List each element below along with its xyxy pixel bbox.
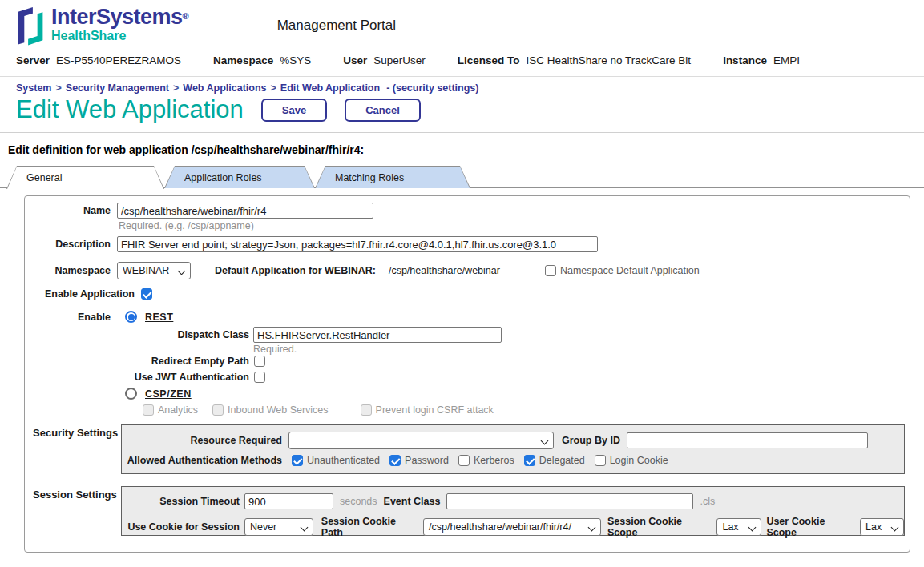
tab-general-label: General (26, 172, 62, 183)
general-tab-panel: Name Required. (e.g. /csp/appname) Descr… (24, 195, 910, 553)
default-app-value: /csp/healthshare/webinar (389, 265, 500, 276)
page-header: InterSystems® HealthShare Management Por… (0, 0, 924, 66)
dispatch-class-input[interactable] (253, 327, 502, 343)
tab-application-roles[interactable]: Application Roles (164, 166, 315, 188)
breadcrumb-security-management[interactable]: Security Management (66, 82, 169, 94)
seconds-label: seconds (340, 496, 377, 507)
licensed-value: ISC HealthShare no TrackCare Bit (527, 54, 692, 66)
description-input[interactable] (117, 236, 598, 252)
breadcrumb-edit-web-application[interactable]: Edit Web Application (280, 82, 380, 94)
session-cookie-scope-select[interactable]: Lax (716, 518, 761, 536)
redirect-empty-path-checkbox[interactable] (254, 356, 265, 367)
security-settings-group: Resource Required Group By ID Allowed Au… (121, 424, 905, 474)
title-divider (0, 132, 924, 133)
intersystems-logo-icon (16, 6, 45, 46)
breadcrumb-suffix: - (security settings) (386, 82, 478, 94)
unauthenticated-checkbox[interactable] (292, 455, 303, 466)
namespace-select[interactable]: WEBINAR (117, 262, 191, 279)
licensed-info: Licensed ToISC HealthShare no TrackCare … (458, 54, 691, 66)
session-timeout-input[interactable] (244, 493, 333, 509)
use-cookie-label: Use Cookie for Session (122, 521, 240, 533)
namespace-info: Namespace%SYS (213, 54, 311, 66)
session-cookie-scope-value: Lax (722, 521, 738, 533)
enable-application-checkbox[interactable] (141, 288, 152, 300)
server-info: ServerES-P5540PEREZRAMOS (16, 54, 181, 66)
breadcrumb-web-applications[interactable]: Web Applications (183, 82, 266, 94)
delegated-checkbox[interactable] (524, 455, 535, 466)
save-button[interactable]: Save (261, 99, 327, 122)
group-by-id-label: Group By ID (562, 435, 620, 446)
namespace-field-label: Namespace (25, 265, 111, 276)
breadcrumb-system[interactable]: System (16, 82, 51, 94)
enable-application-label: Enable Application (25, 288, 135, 300)
dispatch-class-label: Dispatch Class (25, 329, 249, 340)
analytics-label: Analytics (158, 404, 198, 416)
cls-suffix-label: .cls (700, 496, 715, 507)
session-cookie-scope-label: Session Cookie Scope (607, 516, 714, 538)
login-cookie-checkbox[interactable] (595, 455, 606, 466)
tab-matching-roles[interactable]: Matching Roles (315, 166, 470, 188)
rest-label[interactable]: REST (145, 312, 173, 323)
enable-label: Enable (25, 312, 111, 323)
tab-general[interactable]: General (6, 166, 164, 189)
instance-value: EMPI (773, 54, 800, 66)
cancel-button[interactable]: Cancel (345, 99, 421, 122)
user-label: User (343, 54, 367, 66)
breadcrumb: System>Security Management>Web Applicati… (0, 77, 924, 95)
use-jwt-checkbox[interactable] (254, 372, 265, 383)
security-settings-label: Security Settings (33, 427, 118, 439)
licensed-label: Licensed To (458, 54, 520, 66)
cspzen-label[interactable]: CSP/ZEN (145, 388, 192, 400)
inbound-web-services-checkbox (212, 404, 224, 416)
analytics-checkbox (143, 404, 154, 416)
event-class-label: Event Class (384, 496, 441, 507)
rest-radio[interactable] (125, 311, 137, 323)
namespace-default-label: Namespace Default Application (560, 265, 700, 276)
event-class-input[interactable] (446, 493, 693, 509)
server-info-bar: ServerES-P5540PEREZRAMOS Namespace%SYS U… (16, 54, 908, 66)
kerberos-checkbox[interactable] (458, 455, 470, 466)
use-jwt-label: Use JWT Authentication (25, 372, 249, 383)
password-checkbox[interactable] (389, 455, 401, 466)
session-settings-group: Session Timeout seconds Event Class .cls… (121, 486, 905, 536)
redirect-empty-path-label: Redirect Empty Path (25, 356, 249, 367)
default-app-label: Default Application for WEBINAR: (215, 265, 376, 276)
brand-product: HealthShare (51, 30, 189, 42)
namespace-value: %SYS (280, 54, 311, 66)
delegated-label: Delegated (539, 455, 585, 466)
brand-wordmark: InterSystems® HealthShare (51, 6, 189, 42)
user-cookie-scope-select[interactable]: Lax (860, 518, 904, 536)
namespace-select-value: WEBINAR (123, 265, 169, 276)
session-timeout-label: Session Timeout (122, 496, 240, 507)
tab-bar: General Application Roles Matching Roles (0, 166, 924, 188)
cspzen-radio[interactable] (125, 388, 137, 400)
instance-label: Instance (723, 54, 767, 66)
use-cookie-select[interactable]: Never (244, 518, 313, 536)
session-cookie-path-value: /csp/healthshare/webinar/fhir/r4/ (429, 521, 571, 533)
description-label: Description (25, 239, 111, 250)
kerberos-label: Kerberos (474, 455, 514, 466)
resource-required-select[interactable] (288, 432, 554, 449)
brand-name: InterSystems (51, 5, 183, 29)
tab-matching-roles-label: Matching Roles (335, 172, 404, 183)
prevent-csrf-checkbox (361, 404, 372, 416)
portal-title: Management Portal (277, 18, 396, 34)
group-by-id-input[interactable] (627, 432, 868, 448)
auth-methods-label: Allowed Authentication Methods (122, 455, 282, 466)
session-cookie-path-label: Session Cookie Path (321, 516, 419, 538)
dispatch-class-hint: Required. (253, 344, 297, 355)
name-input[interactable] (117, 203, 373, 219)
login-cookie-label: Login Cookie (610, 455, 668, 466)
server-value: ES-P5540PEREZRAMOS (56, 54, 181, 66)
user-cookie-scope-value: Lax (865, 521, 882, 533)
edit-definition-text: Edit definition for web application /csp… (8, 143, 924, 156)
inbound-web-services-label: Inbound Web Services (228, 404, 329, 416)
page-title: Edit Web Application (16, 95, 244, 124)
name-label: Name (25, 205, 111, 216)
instance-info: InstanceEMPI (723, 54, 800, 66)
session-cookie-path-select[interactable]: /csp/healthshare/webinar/fhir/r4/ (423, 518, 601, 536)
use-cookie-value: Never (250, 521, 276, 533)
name-hint: Required. (e.g. /csp/appname) (119, 220, 254, 231)
namespace-default-checkbox[interactable] (545, 265, 556, 276)
breadcrumb-separator: > (55, 82, 61, 94)
